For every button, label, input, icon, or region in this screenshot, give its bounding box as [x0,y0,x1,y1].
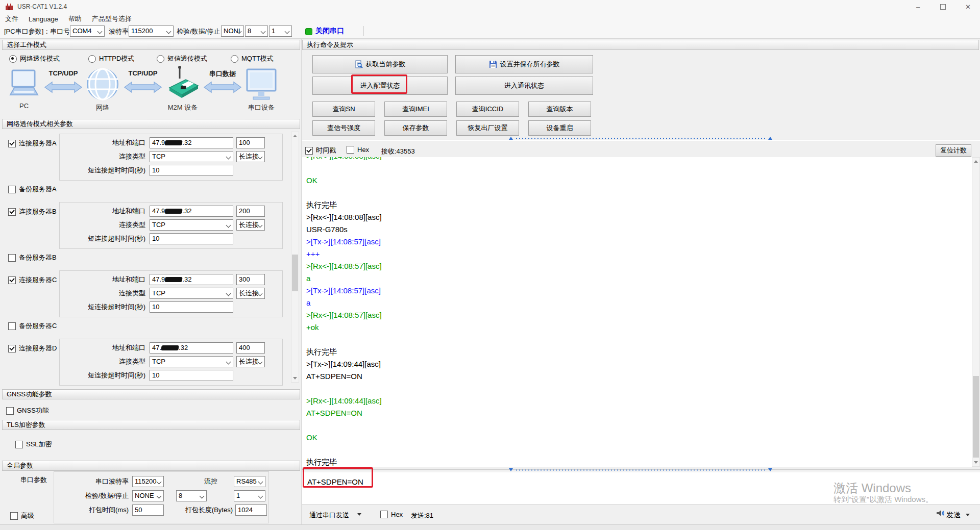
menu-file[interactable]: 文件 [0,14,23,23]
reboot-button[interactable]: 设备重启 [528,120,591,136]
dropdown-arrow-icon[interactable] [357,513,361,516]
send-hex-checkbox[interactable]: Hex [380,511,403,518]
menu-language[interactable]: Language [23,15,63,23]
get-params-button[interactable]: 获取当前参数 [312,55,448,73]
conn-mode-select[interactable]: 长连接 [236,219,265,231]
log-line [306,187,972,199]
query-sn-button[interactable]: 查询SN [312,102,375,117]
save-params-button[interactable]: 保存参数 [384,120,447,136]
conn-mode-select[interactable]: 长连接 [236,151,265,162]
server-port-input[interactable]: 100 [236,137,265,148]
global-stopbits-select[interactable]: 1 [234,490,265,501]
timestamp-checkbox[interactable]: 时间戳 [305,146,336,155]
timeout-input[interactable]: 10 [150,370,233,381]
server-address-input[interactable]: 47.9.32 [150,206,233,217]
global-baud-select[interactable]: 115200 [132,476,164,487]
menu-product-model[interactable]: 产品型号选择 [87,14,137,23]
log-scrollbar[interactable] [972,157,980,467]
radio-net-passthrough[interactable]: 网络透传模式 [9,54,60,63]
server-address-input[interactable]: 47..32 [150,342,233,354]
global-databits-select[interactable]: 8 [176,490,207,501]
databits-select[interactable]: 8 [245,26,268,37]
baud-select[interactable]: 115200 [129,26,174,37]
server-port-input[interactable]: 400 [236,342,265,354]
minimize-button[interactable]: – [906,0,929,13]
radio-icon [88,55,96,63]
close-button[interactable]: ✕ [957,0,979,13]
timeout-input[interactable]: 10 [150,233,233,244]
conn-type-select[interactable]: TCP [150,288,233,299]
flow-control-select[interactable]: RS485 [234,476,265,487]
query-signal-button[interactable]: 查信号强度 [312,120,375,136]
conn-type-select[interactable]: TCP [150,219,233,231]
enter-comm-button[interactable]: 进入通讯状态 [455,77,593,95]
log-line: 执行完毕 [306,346,972,358]
server-enable-checkbox[interactable]: 连接服务器C [8,275,57,285]
log-line: OK [306,432,972,444]
factory-reset-button[interactable]: 恢复出厂设置 [456,120,519,136]
radio-httpd[interactable]: HTTPD模式 [88,54,134,63]
send-dropdown-arrow-icon[interactable] [966,514,970,516]
menu-help[interactable]: 帮助 [63,14,87,23]
server-block: 连接服务器A 地址和端口 47.9.32 100 连接类型 TCP 长连接 短连… [2,134,300,200]
splitter-arrow-icon [768,137,772,140]
log-line: >[Rx<-][14:08:57][asc] [306,309,972,321]
timeout-input[interactable]: 10 [150,301,233,313]
gnss-checkbox[interactable]: GNSS功能 [6,406,49,415]
conn-mode-select[interactable]: 长连接 [236,288,265,299]
scrollbar-thumb[interactable] [292,255,298,291]
scrollbar-thumb[interactable] [973,376,979,458]
chevron-down-icon [226,360,231,365]
scroll-up-icon[interactable] [291,132,299,140]
splitter-handle[interactable] [508,467,773,472]
log-line [306,419,972,432]
double-arrow-icon [44,81,83,94]
log-hex-checkbox[interactable]: Hex [347,146,369,154]
scroll-down-icon[interactable] [291,374,299,382]
query-imei-button[interactable]: 查询IMEI [384,102,447,117]
reset-count-button[interactable]: 复位计数 [936,144,971,157]
ssl-checkbox[interactable]: SSL加密 [15,440,52,449]
checkbox-icon [347,146,354,154]
log-line: >[Rx<-][14:09:44][asc] [306,395,972,407]
pack-length-input[interactable]: 1024 [235,504,267,516]
backup-server-checkbox[interactable]: 备份服务器B [8,253,57,262]
server-enable-checkbox[interactable]: 连接服务器B [8,207,57,216]
log-output[interactable]: >[Rx<-][14:08:08][asc] OK 执行完毕>[Rx<-][14… [302,157,972,467]
timeout-input[interactable]: 10 [150,165,233,176]
advanced-checkbox[interactable]: 高级 [10,511,34,520]
server-enable-checkbox[interactable]: 连接服务器A [8,139,57,148]
restore-button[interactable] [932,0,954,13]
query-iccid-button[interactable]: 查询ICCID [456,102,519,117]
conn-type-select[interactable]: TCP [150,356,233,367]
parity-select[interactable]: NONI [221,26,244,37]
com-port-select[interactable]: COM4 [70,26,105,37]
radio-mqtt[interactable]: MQTT模式 [231,54,274,63]
pack-time-input[interactable]: 50 [132,504,164,516]
set-save-params-button[interactable]: 设置并保存所有参数 [455,55,593,73]
server-port-input[interactable]: 300 [236,274,265,285]
backup-server-checkbox[interactable]: 备份服务器A [8,185,57,194]
backup-server-checkbox[interactable]: 备份服务器C [8,321,57,331]
server-port-input[interactable]: 200 [236,206,265,217]
scroll-up-icon[interactable] [972,158,979,165]
radio-sms-passthrough[interactable]: 短信透传模式 [157,54,207,63]
scroll-down-icon[interactable] [972,459,979,466]
close-port-button[interactable]: 关闭串口 [315,27,344,36]
global-parity-select[interactable]: NONE [132,490,164,501]
chevron-down-icon [258,494,263,499]
splitter-handle[interactable] [508,136,773,141]
server-list-scrollbar[interactable] [291,132,299,383]
send-via-serial-dropdown[interactable]: 通过串口发送 [309,511,349,520]
server-address-input[interactable]: 47.9.32 [150,274,233,285]
query-version-button[interactable]: 查询版本 [528,102,591,117]
send-button[interactable]: 发送 [946,511,961,520]
stopbits-select[interactable]: 1 [269,26,292,37]
conn-mode-select[interactable]: 长连接 [236,356,265,367]
port-open-status-icon [305,28,312,35]
log-line: 执行完毕 [306,456,972,467]
server-enable-checkbox[interactable]: 连接服务器D [8,344,57,353]
server-address-input[interactable]: 47.9.32 [150,137,233,148]
conn-type-select[interactable]: TCP [150,151,233,162]
addr-port-label: 地址和端口 [60,274,145,285]
